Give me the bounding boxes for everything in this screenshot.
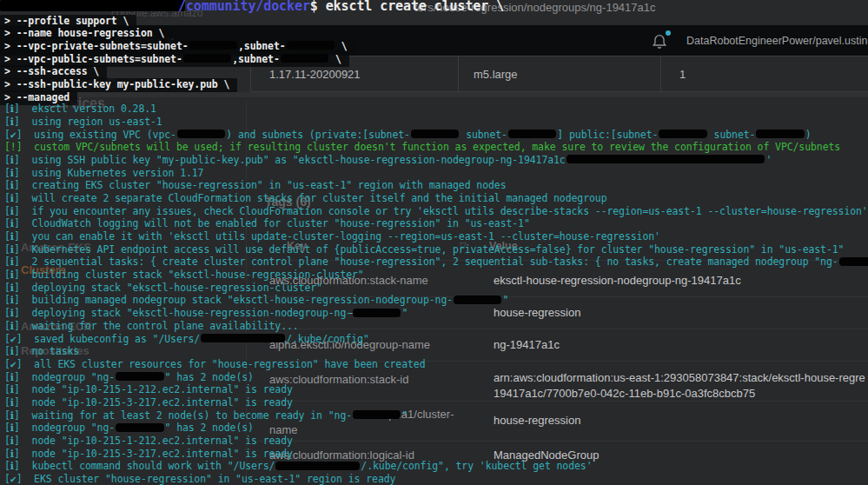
sidebar-item-amazon-eks[interactable]: Amazon EKS [21,241,91,254]
tag-key-fragment: 1alpha1/cluster- [374,408,454,421]
row-separator [257,329,868,329]
tags-col-header-value[interactable]: Value [489,240,518,252]
screenshot-root: { "colors": { "terminal_cyan": "#31aeb9"… [0,0,868,485]
tag-value: ManagedNodeGroup [494,448,599,462]
terminal-text-segment: [ℹ] using Kubernetes version 1.17 [4,167,203,179]
terminal-line: [ℹ] you can enable it with 'eksctl utils… [4,231,660,242]
terminal-text-segment: [ℹ] you can enable it with 'eksctl utils… [4,230,660,242]
terminal-line: [ℹ] 2 sequential tasks: { create cluster… [4,256,868,268]
services-menu-ghost: Services ▼ [115,35,176,48]
row-separator [257,401,868,402]
instance-type-cell: m5.large [474,68,518,81]
count-cell: 1 [679,68,686,81]
redacted-text [411,130,459,138]
sidebar-item-repositories[interactable]: Repositories [21,344,89,357]
redacted-text [116,372,163,381]
row-separator [257,441,868,442]
redacted-url-box [0,0,185,11]
terminal-text-segment: [ℹ] if you encounter any issues, check C… [4,205,868,217]
terminal-text-segment: [ℹ] nodegroup "ng- [4,422,115,434]
tag-value-line2: 19417a1c/7700b7e0-042c-11eb-b91c-0a3fc8c… [494,387,755,400]
redacted-text [756,130,804,138]
tag-key-line2: name [269,423,298,436]
terminal-text-segment: [ℹ] node "ip-10-215-3-217.ec2.internal" … [4,448,293,460]
terminal-line: [ℹ] creating EKS cluster "house-regressi… [4,180,506,191]
sidebar-divider [246,100,247,485]
tag-key: aws:cloudformation:stack-id [269,373,408,386]
terminal-line: [✔] EKS cluster "house-regression" in "u… [4,474,395,485]
terminal-text-segment: " has 2 node(s) [165,371,254,383]
tag-value: house-regression [494,414,580,427]
terminal-text-segment: " has 2 node(s) [165,422,254,434]
terminal-line: [ℹ] using SSH public key "my-public-key.… [4,155,772,166]
row-separator [257,260,868,261]
row-separator [257,296,868,297]
tag-value: house-regression [494,306,580,319]
aws-logo: aws [36,35,58,48]
terminal-text-segment: [ℹ] node "ip-10-215-1-212.ec2.internal" … [4,435,293,447]
terminal-line: [ℹ] node "ip-10-215-3-217.ec2.internal" … [4,397,293,409]
tags-col-header-key[interactable]: Key [287,240,307,252]
col-divider [458,56,459,92]
terminal-line: [ℹ] waiting for at least 2 node(s) to be… [4,410,407,422]
terminal-line: [!] custom VPC/subnets will be used; if … [4,142,840,153]
terminal-text-segment: /.kube/config", try 'kubectl get nodes' [361,460,592,472]
terminal-text-segment: [ℹ] creating EKS cluster "house-regressi… [4,179,506,191]
redacted-text [508,130,556,138]
terminal-text-segment: [ℹ] nodegroup "ng- [4,371,115,383]
tag-value-line1: arn:aws:cloudformation:us-east-1:2930580… [494,371,865,384]
sidebar-item-amazon-ecr[interactable]: Amazon ECR [21,320,92,333]
terminal-text-segment: ) [805,129,812,141]
terminal-text-segment: [✔] using existing VPC (vpc- [4,129,176,141]
terminal-line: [ℹ] node "ip-10-215-3-217.ec2.internal" … [4,448,293,460]
terminal-text-segment: ) and subnets (private:[subnet- [226,129,410,141]
terminal-text-segment: [ℹ] Kubernetes API endpoint access will … [4,243,844,256]
notification-dot [666,30,671,36]
tag-key: aws:cloudformation:stack-name [269,274,428,287]
terminal-line: [✔] using existing VPC (vpc-) and subnet… [4,130,812,141]
terminal-text-segment: [ℹ] kubectl command should work with "/U… [4,460,275,472]
terminal-line: [ℹ] node "ip-10-215-1-212.ec2.internal" … [4,384,293,395]
terminal-text-segment: [✔] saved kubeconfig as "/Users/ [4,333,200,345]
terminal-line: [ℹ] node "ip-10-215-1-212.ec2.internal" … [4,435,293,447]
account-menu[interactable]: DataRobotEngineerPower/pavel.ustinov @ [686,35,868,47]
tag-key: aws:cloudformation:logical-id [269,448,414,462]
terminal-text-segment: [✔] EKS cluster "house-regression" in "u… [4,473,395,485]
redacted-text [567,155,765,163]
terminal-text-segment: [ℹ] deploying stack "eksctl-house-regres… [4,307,352,319]
redacted-text [659,130,706,138]
terminal-line: [ℹ] if you encounter any issues, check C… [4,206,868,217]
terminal-line: [ℹ] deploying stack "eksctl-house-regres… [4,308,407,319]
terminal-text-segment: [ℹ] using SSH public key "my-public-key.… [4,154,566,166]
terminal-line: [ℹ] Kubernetes API endpoint access will … [4,244,844,256]
browser-url[interactable]: ters/house-regression/nodegroups/ng-1941… [414,1,656,14]
terminal-text-segment: [!] custom VPC/subnets will be used; if … [4,141,840,153]
tag-key-fragment: -name [349,306,381,319]
tag-value: eksctl-house-regression-nodegroup-ng-194… [494,274,741,287]
terminal-text-segment: [ℹ] node "ip-10-215-1-212.ec2.internal" … [4,383,293,395]
panel-heading-ghost-1: Amazon Contain [48,76,157,92]
panel-heading-ghost-2: Services [48,96,105,111]
col-divider [250,56,251,92]
terminal-text-segment: ' [765,154,772,166]
filter-icon[interactable]: ▽ [460,241,467,250]
tags-heading: Tags (6) [265,195,311,209]
section-divider-band [0,92,868,97]
terminal-text-segment: subnet- [460,129,507,141]
terminal-text-segment: [✔] all EKS cluster resources for "house… [4,358,425,370]
terminal-line: [ℹ] using Kubernetes version 1.17 [4,168,203,179]
terminal-text-segment: " [401,307,407,319]
redacted-text [275,462,360,470]
redacted-text [839,257,868,266]
tag-key: alpha.eksctl.io/nodegroup-name [269,338,430,351]
tag-value: ng-19417a1c [494,338,560,351]
terminal-text-segment: ] public:[subnet- [557,129,658,141]
sidebar-item-clusters[interactable]: Clusters [21,263,66,276]
terminal-text-segment: [ℹ] 2 sequential tasks: { create cluster… [4,256,838,268]
col-divider [660,56,661,92]
table-border-top [250,56,868,56]
redacted-text [177,130,225,138]
terminal-text-segment: [ℹ] waiting for at least 2 node(s) to be… [4,409,352,422]
terminal-line: [ℹ] CloudWatch logging will not be enabl… [4,218,530,229]
terminal-line: [ℹ] nodegroup "ng-" has 2 node(s) [4,422,254,434]
